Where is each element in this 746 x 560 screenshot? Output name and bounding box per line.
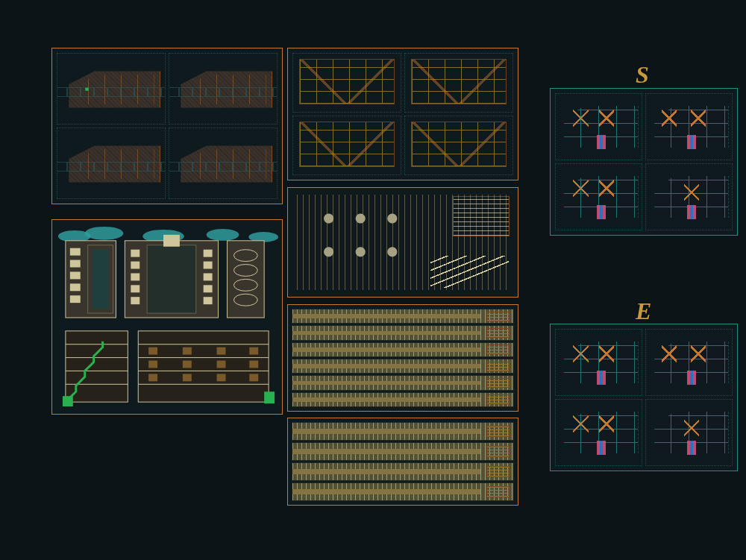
- svg-rect-52: [249, 361, 258, 368]
- beam-row: [292, 483, 513, 500]
- svg-rect-12: [93, 250, 109, 309]
- elevations-svg: [52, 220, 282, 414]
- label-e: E: [636, 298, 651, 325]
- svg-rect-47: [183, 374, 192, 381]
- svg-rect-25: [163, 235, 180, 247]
- svg-rect-36: [63, 396, 73, 406]
- sanitary-plan-a: [555, 93, 642, 160]
- svg-rect-16: [131, 273, 140, 280]
- svg-rect-44: [148, 374, 157, 381]
- beam-row: [292, 359, 513, 373]
- electrical-plan-b: [645, 329, 733, 396]
- beam-row: [292, 393, 513, 406]
- svg-rect-48: [217, 347, 226, 355]
- svg-rect-10: [70, 295, 81, 303]
- svg-rect-24: [147, 245, 196, 313]
- svg-rect-46: [183, 361, 192, 368]
- electrical-plan-a: [555, 329, 642, 396]
- sanitary-plan-d: [645, 163, 733, 230]
- label-s: S: [636, 61, 649, 89]
- svg-rect-42: [148, 347, 157, 355]
- beam-row: [292, 423, 513, 440]
- sheet-floor-plans[interactable]: [51, 48, 283, 204]
- svg-rect-37: [138, 331, 269, 402]
- beam-row: [292, 343, 513, 356]
- sheet-elevations[interactable]: [51, 219, 283, 415]
- svg-rect-53: [249, 374, 258, 381]
- svg-rect-50: [217, 374, 226, 381]
- floor-plan-d: [169, 128, 278, 199]
- floor-plan-a: [57, 53, 166, 125]
- svg-rect-8: [70, 271, 81, 279]
- floor-plan-b: [169, 53, 278, 125]
- svg-rect-49: [217, 361, 226, 368]
- svg-rect-23: [204, 297, 213, 304]
- stair-detail: [430, 256, 509, 289]
- structural-plan-d: [404, 116, 513, 175]
- svg-rect-7: [70, 260, 81, 268]
- svg-rect-54: [264, 391, 275, 403]
- beam-row: [292, 309, 513, 323]
- svg-point-1: [85, 227, 124, 240]
- floor-plan-c: [57, 128, 166, 199]
- electrical-plan-c: [555, 399, 642, 466]
- sheet-structural-plans[interactable]: [287, 48, 518, 180]
- beam-row: [292, 326, 513, 339]
- svg-point-3: [207, 229, 239, 241]
- electrical-plan-d: [645, 399, 733, 466]
- drawing-canvas[interactable]: S E: [0, 0, 746, 560]
- svg-rect-22: [204, 285, 213, 292]
- svg-rect-51: [249, 347, 258, 355]
- svg-rect-18: [131, 297, 140, 304]
- structural-plan-c: [292, 116, 401, 175]
- sheet-details[interactable]: [287, 187, 518, 298]
- svg-rect-20: [204, 262, 213, 269]
- sheet-sanitary[interactable]: [550, 88, 738, 236]
- svg-rect-45: [183, 347, 192, 355]
- sheet-beams-1[interactable]: [287, 304, 518, 412]
- sheet-electrical[interactable]: [550, 324, 738, 471]
- svg-rect-15: [131, 262, 140, 269]
- svg-rect-9: [70, 283, 81, 291]
- sanitary-plan-b: [645, 93, 733, 160]
- sheet-beams-2[interactable]: [287, 418, 518, 506]
- structural-plan-a: [292, 53, 401, 113]
- svg-rect-19: [204, 250, 213, 257]
- beam-row: [292, 463, 513, 480]
- svg-rect-21: [204, 273, 213, 280]
- beam-row: [292, 376, 513, 389]
- structural-plan-b: [404, 53, 513, 113]
- detail-table: [454, 197, 509, 236]
- sanitary-plan-c: [555, 163, 642, 230]
- svg-rect-6: [70, 248, 81, 256]
- beam-row: [292, 443, 513, 460]
- svg-rect-14: [131, 250, 140, 257]
- svg-rect-43: [148, 361, 157, 368]
- svg-rect-17: [131, 285, 140, 292]
